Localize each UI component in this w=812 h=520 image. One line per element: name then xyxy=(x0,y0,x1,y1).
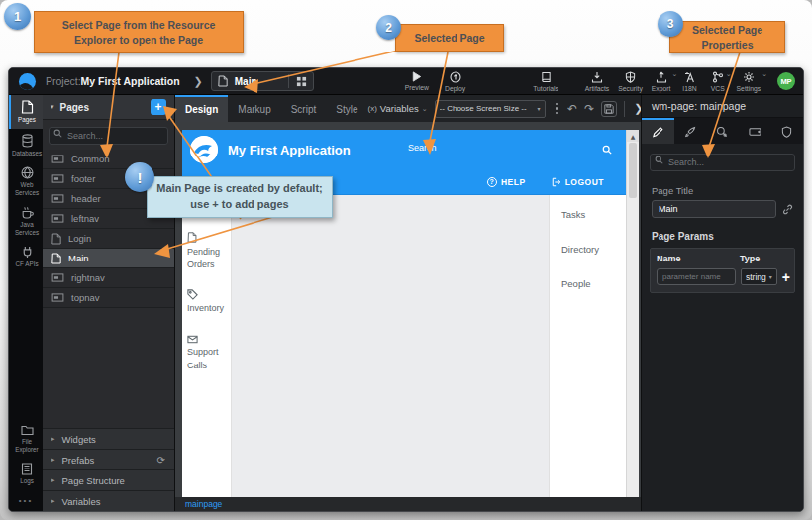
accordion-variables[interactable]: ▸ Variables xyxy=(43,490,174,511)
preview-content-area[interactable] xyxy=(232,195,549,497)
preview-app-title: My First Application xyxy=(228,143,351,157)
page-item-topnav[interactable]: topnav xyxy=(43,288,174,308)
expand-triangle-icon: ▸ xyxy=(51,456,55,464)
page-item-login[interactable]: Login xyxy=(43,229,174,249)
accordion-widgets[interactable]: ▸ Widgets xyxy=(43,428,174,449)
page-params-title: Page Params xyxy=(652,231,793,242)
tab-style[interactable]: Style xyxy=(326,95,367,122)
artifacts-button[interactable]: Artifacts xyxy=(585,71,610,92)
footer-page-tab[interactable]: mainpage xyxy=(185,499,222,509)
logout-icon xyxy=(552,177,561,187)
nav-item-pending-orders[interactable]: Pending Orders xyxy=(187,232,226,272)
partial-icon xyxy=(51,214,64,223)
rail-item-logs[interactable]: Logs xyxy=(9,458,43,490)
tutorials-button[interactable]: Tutorials xyxy=(533,71,558,92)
variables-button[interactable]: (x) Variables ⌄ xyxy=(368,103,428,114)
scroll-up-icon[interactable]: ▲ xyxy=(627,130,639,142)
param-type-select[interactable]: string ▾ xyxy=(741,268,777,285)
save-button[interactable] xyxy=(601,101,617,117)
settings-chevron-icon[interactable]: ⌄ xyxy=(761,70,767,78)
redo-button[interactable]: ↷ xyxy=(584,103,594,115)
expand-triangle-icon: ▸ xyxy=(51,497,55,505)
scrollbar-thumb[interactable] xyxy=(629,143,637,198)
callout-step1: Select Page from the Resource Explorer t… xyxy=(34,11,244,53)
tab-advanced-search[interactable] xyxy=(706,118,739,144)
tab-script[interactable]: Script xyxy=(281,95,327,122)
page-item-common[interactable]: Common xyxy=(43,150,174,169)
vcs-button[interactable]: VCS xyxy=(711,71,725,92)
logout-link[interactable]: LOGOUT xyxy=(552,177,604,187)
deploy-button[interactable]: Deploy xyxy=(445,71,465,92)
accordion-prefabs[interactable]: ▸ Prefabs ⟳ xyxy=(43,449,174,469)
preview-body: Pending Orders Inventory Support Calls xyxy=(182,195,626,497)
shield-icon xyxy=(625,71,636,83)
preview-scrollbar[interactable]: ▲ xyxy=(626,130,639,497)
translate-icon xyxy=(684,71,696,83)
rail-item-web-services[interactable]: Web Services xyxy=(9,161,43,201)
variables-chevron-icon: ⌄ xyxy=(422,105,428,113)
link-icon[interactable] xyxy=(782,204,793,215)
step3-badge: 3 xyxy=(658,11,683,37)
canvas-footer: mainpage xyxy=(175,497,641,511)
type-column-header: Type xyxy=(740,254,760,263)
export-button[interactable]: Export xyxy=(652,71,671,92)
rail-item-pages[interactable]: Pages xyxy=(9,95,43,129)
security-button[interactable]: Security xyxy=(618,71,643,92)
nav-item-support-calls[interactable]: Support Calls xyxy=(187,333,226,373)
preview-app-header[interactable]: My First Application Search xyxy=(182,130,626,169)
rail-item-java-services[interactable]: Java Services xyxy=(9,201,43,241)
tab-markup[interactable]: Markup xyxy=(228,95,280,122)
help-link[interactable]: ? HELP xyxy=(487,177,526,187)
resource-rail: Pages Databases Web Services Java Servic… xyxy=(9,95,43,511)
name-column-header: Name xyxy=(657,254,740,263)
settings-button[interactable]: Settings xyxy=(737,71,761,92)
add-param-button[interactable]: + xyxy=(782,270,790,284)
rail-item-databases[interactable]: Databases xyxy=(9,129,43,162)
export-chevron-icon[interactable]: ⌄ xyxy=(671,70,677,78)
rail-more-button[interactable]: ••• xyxy=(9,490,43,511)
tab-properties[interactable] xyxy=(642,118,674,144)
vcs-chevron-icon[interactable]: ⌄ xyxy=(726,70,732,78)
page-item-rightnav[interactable]: rightnav xyxy=(43,268,174,288)
grid-icon[interactable] xyxy=(296,76,307,87)
preview-button[interactable]: Preview xyxy=(405,71,429,91)
i18n-button[interactable]: I18N xyxy=(682,71,696,92)
rail-item-cf-apis[interactable]: CF APIs xyxy=(9,241,43,273)
list-item-tasks[interactable]: Tasks xyxy=(561,209,614,220)
add-page-button[interactable]: + xyxy=(151,99,166,115)
undo-button[interactable]: ↶ xyxy=(567,103,577,115)
rail-item-file-explorer[interactable]: File Explorer xyxy=(9,419,43,458)
list-item-directory[interactable]: Directory xyxy=(561,244,614,255)
tab-device[interactable] xyxy=(739,118,771,144)
pages-search-input[interactable] xyxy=(49,127,168,145)
param-name-input[interactable] xyxy=(657,268,736,285)
refresh-icon[interactable]: ⟳ xyxy=(157,455,165,466)
tab-styles[interactable] xyxy=(674,118,707,144)
tab-design[interactable]: Design xyxy=(175,95,228,122)
accordion-page-structure[interactable]: ▸ Page Structure xyxy=(43,469,174,490)
screen-size-select[interactable]: -- Choose Screen Size -- ▾ xyxy=(435,100,546,118)
page-icon xyxy=(218,75,228,87)
preview-search-input[interactable]: Search xyxy=(406,143,594,156)
select-arrow-icon: ▾ xyxy=(769,273,772,280)
more-options-button[interactable] xyxy=(553,103,561,115)
book-icon xyxy=(541,71,552,83)
open-page-tab[interactable]: Main xyxy=(211,71,314,91)
list-item-people[interactable]: People xyxy=(561,278,614,289)
user-avatar[interactable]: MP xyxy=(777,72,795,90)
tab-security[interactable] xyxy=(770,118,803,144)
properties-search-input[interactable] xyxy=(650,154,795,171)
page-title-label: Page Title xyxy=(652,185,793,196)
partial-icon xyxy=(51,174,64,183)
preview-left-nav: Pending Orders Inventory Support Calls xyxy=(182,195,232,497)
project-breadcrumb: Project:My First Application xyxy=(46,75,180,87)
nav-item-inventory[interactable]: Inventory xyxy=(187,289,226,316)
pages-panel-header[interactable]: ▾ Pages + xyxy=(43,95,174,120)
fx-icon: (x) xyxy=(368,104,377,113)
page-item-main[interactable]: Main xyxy=(43,249,174,268)
canvas-toolbar: Design Markup Script Style (x) Variables… xyxy=(175,95,641,122)
preview-search[interactable]: Search xyxy=(406,143,612,156)
properties-tabs xyxy=(642,118,803,144)
page-title-input[interactable] xyxy=(652,200,776,218)
database-icon xyxy=(21,134,34,148)
